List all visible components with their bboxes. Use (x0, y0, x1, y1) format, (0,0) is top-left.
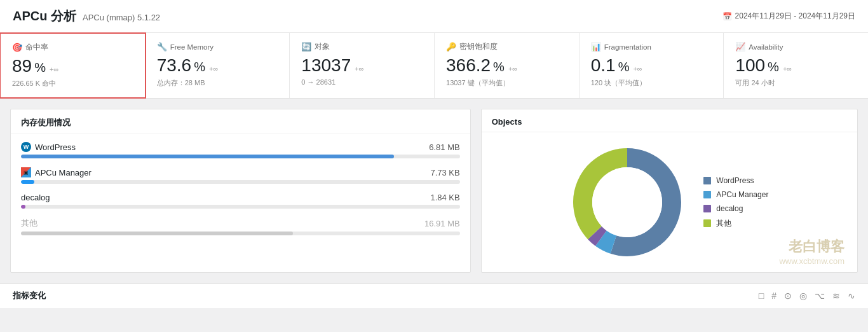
stat-label-text: Free Memory (170, 43, 214, 51)
stat-trend: +∞ (633, 65, 642, 73)
footer-icon-1[interactable]: # (771, 291, 776, 301)
stat-label-text: Availability (749, 43, 783, 51)
legend-color (703, 191, 711, 198)
progress-fill (21, 155, 394, 158)
footer-icon-3[interactable]: ◎ (799, 291, 807, 301)
page-header: APCu 分析 APCu (mmap) 5.1.22 📅 2024年11月29日… (0, 0, 868, 33)
memory-panel-body: W WordPress 6.81 MB ▣ APCu Manager 7.73 … (11, 134, 470, 252)
footer-icon-4[interactable]: ⌥ (815, 291, 825, 301)
page-wrapper: APCu 分析 APCu (mmap) 5.1.22 📅 2024年11月29日… (0, 0, 868, 332)
footer-icon-5[interactable]: ≋ (832, 291, 840, 301)
chart-legend: WordPress APCu Manager decalog 其他 (703, 176, 768, 229)
legend-item: 其他 (703, 218, 768, 229)
memory-item: 其他 16.91 MB (21, 218, 460, 235)
stat-sub: 总内存：28 MB (157, 78, 278, 88)
stat-sub: 可用 24 小时 (735, 78, 857, 88)
memory-item-size: 6.81 MB (429, 142, 459, 152)
legend-label: 其他 (716, 218, 731, 229)
stat-label: 🔧 Free Memory (157, 42, 278, 52)
legend-label: APCu Manager (716, 190, 768, 199)
stat-number: 13037 (301, 55, 351, 76)
stat-item-objects: 🔄 对象 13037 +∞ 0 → 28631 (290, 33, 435, 98)
stat-label-text: Fragmentation (604, 43, 651, 51)
stat-label-text: 对象 (315, 42, 330, 52)
stat-number: 89 (12, 56, 32, 76)
stat-icon: 🔄 (301, 42, 311, 52)
header-left: APCu 分析 APCu (mmap) 5.1.22 (13, 8, 160, 25)
footer-icon-2[interactable]: ⊙ (784, 291, 792, 301)
stat-unit: % (34, 60, 46, 75)
stat-label: 🎯 命中率 (12, 43, 133, 52)
stat-label: 🔑 密钥饱和度 (446, 42, 567, 52)
donut-segment (595, 233, 601, 239)
donut-svg (570, 145, 684, 259)
date-range-text: 2024年11月29日 - 2024年11月29日 (735, 11, 855, 22)
memory-item-label: APCu Manager (35, 168, 92, 177)
memory-item-label: decalog (21, 193, 50, 202)
memory-panel-header: 内存使用情况 (11, 109, 470, 134)
memory-item-name: 其他 (21, 218, 37, 229)
donut-chart (570, 145, 684, 259)
donut-segment (601, 239, 614, 245)
stat-unit: % (493, 60, 505, 74)
progress-fill (21, 180, 34, 184)
stat-unit: % (194, 60, 205, 74)
progress-fill (21, 232, 293, 235)
stat-unit: % (618, 60, 630, 74)
stat-label: 📊 Fragmentation (591, 42, 712, 52)
legend-color (703, 177, 711, 184)
memory-panel: 内存使用情况 W WordPress 6.81 MB ▣ APCu Manage… (10, 109, 471, 273)
footer-icon-0[interactable]: □ (759, 291, 764, 301)
memory-item: decalog 1.84 KB (21, 193, 460, 209)
stat-trend: +∞ (508, 65, 517, 73)
stat-icon: 📊 (591, 42, 601, 52)
stat-sub: 0 → 28631 (301, 78, 423, 86)
stat-label: 🔄 对象 (301, 42, 423, 52)
progress-bar (21, 180, 460, 184)
memory-item-size: 16.91 MB (424, 219, 460, 228)
memory-item-label: WordPress (35, 142, 76, 152)
stat-sub: 120 块（平均值） (591, 78, 712, 88)
footer-title: 指标变化 (13, 290, 46, 301)
date-range: 📅 2024年11月29日 - 2024年11月29日 (722, 11, 855, 22)
legend-item: APCu Manager (703, 190, 768, 199)
legend-color (703, 219, 711, 227)
stat-number: 0.1 (591, 55, 616, 76)
memory-item-name: W WordPress (21, 142, 76, 152)
stat-value: 89 % +∞ (12, 56, 133, 76)
memory-item: ▣ APCu Manager 7.73 KB (21, 167, 460, 184)
objects-panel: Objects WordPress APCu Manager decalog 其… (481, 109, 858, 273)
legend-label: decalog (716, 204, 743, 213)
stat-item-free-memory: 🔧 Free Memory 73.6 % +∞ 总内存：28 MB (146, 33, 290, 98)
stat-value: 13037 +∞ (301, 55, 423, 76)
stat-trend: +∞ (783, 65, 792, 73)
progress-bar (21, 155, 460, 158)
stat-value: 0.1 % +∞ (591, 55, 712, 76)
legend-color (703, 205, 711, 212)
memory-item-header: 其他 16.91 MB (21, 218, 460, 229)
stat-number: 366.2 (446, 55, 491, 76)
stat-number: 100 (735, 55, 765, 76)
memory-item-size: 7.73 KB (430, 168, 459, 177)
stat-trend: +∞ (50, 66, 58, 73)
progress-fill (21, 205, 25, 209)
page-title: APCu 分析 (13, 8, 76, 25)
main-content: 内存使用情况 W WordPress 6.81 MB ▣ APCu Manage… (10, 109, 858, 283)
stat-unit: % (768, 60, 779, 74)
stat-icon: 🎯 (12, 43, 22, 52)
stat-icon: 🔧 (157, 42, 167, 52)
wordpress-icon: W (21, 142, 31, 152)
content-area: 内存使用情况 W WordPress 6.81 MB ▣ APCu Manage… (0, 109, 868, 283)
memory-item-size: 1.84 KB (430, 193, 459, 202)
page-subtitle: APCu (mmap) 5.1.22 (83, 13, 160, 22)
stat-item-hit-rate: 🎯 命中率 89 % +∞ 226.65 K 命中 (0, 32, 146, 99)
memory-item-header: ▣ APCu Manager 7.73 KB (21, 167, 460, 177)
progress-bar (21, 205, 460, 209)
memory-item-header: decalog 1.84 KB (21, 193, 460, 202)
footer-icon-6[interactable]: ∿ (848, 291, 855, 301)
apcu-icon: ▣ (21, 167, 31, 177)
memory-item-name: decalog (21, 193, 50, 202)
memory-item-header: W WordPress 6.81 MB (21, 142, 460, 152)
stat-number: 73.6 (157, 55, 192, 76)
memory-item-name: ▣ APCu Manager (21, 167, 92, 177)
